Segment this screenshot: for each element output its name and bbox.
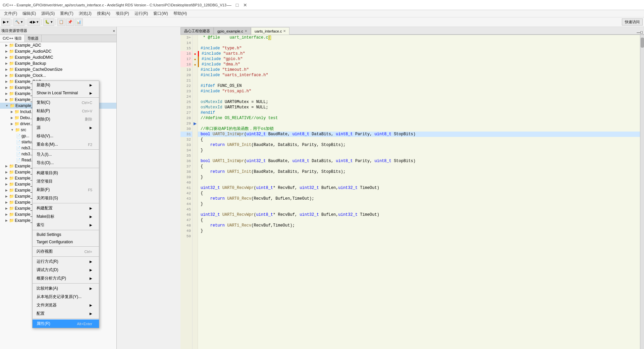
code-line-33: return UART0_Init(BaudRate, DataBits, Pa… (198, 142, 640, 148)
editor-tab-gpio[interactable]: gpio_example.c ✕ (214, 27, 251, 35)
code-line-28: //#define OS_RELATIVE//only test (198, 115, 640, 121)
code-line-3: * @file uart_interface.c| (198, 35, 640, 40)
line-num-33: 33 (180, 142, 192, 148)
tree-item-audioadc[interactable]: ▶📁 Example_AudioADC (0, 48, 116, 54)
editor-scrollbar[interactable] (640, 35, 644, 349)
ctx-build-settings[interactable]: Build Settings (33, 231, 99, 238)
tree-item-audiodmic[interactable]: ▶📁 Example_AudioDMIC (0, 54, 116, 60)
ctx-clean[interactable]: 清空项目 (33, 177, 99, 186)
toolbar-btn-4[interactable]: 🐛 ▾ (43, 18, 54, 26)
scrollbar-thumb[interactable] (641, 38, 644, 48)
code-line-38: return UART1_Init(BaudRate, DataBits, Pa… (198, 169, 640, 174)
ctx-export[interactable]: 导出(O)... (33, 159, 99, 167)
ctx-sep-7 (33, 256, 99, 257)
ctx-show-terminal[interactable]: Show in Local Terminal▶ (33, 89, 99, 97)
code-content[interactable]: * @file uart_interface.c| #include "type… (198, 35, 640, 349)
line-num-26: 26 (180, 105, 192, 110)
ctx-new[interactable]: 新建(N)▶ (33, 81, 99, 89)
tab-close-uarts[interactable]: ✕ (283, 29, 286, 33)
line-num-29: 29 (180, 121, 192, 126)
menu-run[interactable]: 运行(R) (132, 10, 151, 17)
minimize-button[interactable]: — (226, 2, 232, 8)
ctx-build-config[interactable]: 构建配置▶ (33, 204, 99, 212)
line-num-24: 24 (180, 94, 192, 99)
menu-help[interactable]: 帮助(H) (171, 10, 190, 17)
menu-project[interactable]: 项目(P) (113, 10, 132, 17)
toolbar-btn-1[interactable]: ▶ ▾ (1, 18, 10, 26)
menu-file[interactable]: 文件(F) (1, 10, 20, 17)
code-line-37: { (198, 164, 640, 169)
panel-tab-cpp[interactable]: C/C++ 项目 (0, 35, 25, 42)
line-num-38: 38 (180, 169, 192, 174)
line-num-14: 14 (180, 40, 192, 46)
ctx-sep-3 (33, 168, 99, 168)
panel-tab-nav[interactable]: 导航器 (25, 35, 42, 42)
ctx-rename[interactable]: 重命名(M)...F2 (33, 140, 99, 149)
menu-source[interactable]: 源码(S) (39, 10, 57, 17)
menu-edit[interactable]: 编辑(E) (20, 10, 39, 17)
line-num-48: 48 (180, 223, 192, 228)
tree-item-backup[interactable]: ▶📁 Example_Backup (0, 60, 116, 66)
code-line-14 (198, 40, 640, 46)
ctx-properties[interactable]: 属性(R)Alt+Enter (33, 319, 99, 328)
tree-item-adc[interactable]: ▶📁 Example_ADC (0, 42, 116, 48)
maximize-button[interactable]: □ (234, 2, 240, 8)
ctx-configure[interactable]: 配置▶ (33, 309, 99, 318)
menu-refactor[interactable]: 重构(T) (57, 10, 76, 17)
code-line-24 (198, 94, 640, 99)
toolbar-btn-2[interactable]: 🔨 ▾ (13, 18, 24, 26)
ctx-debug[interactable]: 调试方式(D)▶ (33, 266, 99, 274)
ctx-delete[interactable]: 删除(D)删除 (33, 115, 99, 123)
ctx-move[interactable]: 移动(V)... (33, 132, 99, 140)
menu-window[interactable]: 窗口(W) (151, 10, 170, 17)
editor-minimize-btn[interactable]: — (637, 30, 640, 34)
ctx-import[interactable]: 导入(I)... (33, 150, 99, 159)
tree-item-clock[interactable]: ▶📁 Example_Clock... (0, 72, 116, 79)
ctx-close[interactable]: 关闭项目(S) (33, 194, 99, 202)
toolbar-btn-5[interactable]: 📋 (57, 18, 65, 26)
line-numbers: 3+ 14 15 16 17 18 19 20 21 22 23 24 25 2… (180, 35, 193, 349)
panel-collapse-btn[interactable]: × (113, 29, 115, 33)
ctx-paste[interactable]: 粘贴(P)Ctrl+V (33, 107, 99, 115)
toolbar: ▶ ▾ 🔨 ▾ ◀ ▶ ▾ 🐛 ▾ 📋 📌 📊 快速访问 (0, 17, 644, 27)
ctx-run[interactable]: 运行方式(R)▶ (33, 257, 99, 266)
ctx-source[interactable]: 源▶ (33, 123, 99, 132)
menu-search[interactable]: 搜索(A) (94, 10, 113, 17)
code-line-21 (198, 78, 640, 83)
code-line-27: #endif (198, 110, 640, 115)
menu-navigate[interactable]: 浏览(J) (76, 10, 94, 17)
code-line-15: #include "type.h" (198, 46, 640, 51)
line-num-35: 35 (180, 153, 192, 158)
ctx-compare[interactable]: 比较对象(A)▶ (33, 284, 99, 293)
toolbar-btn-7[interactable]: 📊 (75, 18, 83, 26)
editor-maximize-btn[interactable]: □ (640, 30, 643, 34)
gutter-14 (193, 40, 198, 46)
ctx-copy[interactable]: 复制(C)Ctrl+C (33, 98, 99, 107)
ctx-refresh[interactable]: 刷新(F)F5 (33, 186, 99, 194)
line-num-36: 36 (180, 158, 192, 164)
line-num-39: 39 (180, 174, 192, 180)
code-line-41: uint32_t UART0_RecvWpr(uint8_t* RecvBuf,… (198, 185, 640, 191)
ctx-target-config[interactable]: Target Configuration (33, 238, 99, 246)
line-num-23: 23 (180, 89, 192, 94)
line-num-47: 47 (180, 217, 192, 223)
code-line-22: #ifdef FUNC_OS_EN (198, 83, 640, 89)
ctx-restore[interactable]: 从本地历史记录复原(Y)... (33, 293, 99, 301)
ctx-make-target[interactable]: Make目标▶ (33, 212, 99, 221)
toolbar-btn-6[interactable]: 📌 (66, 18, 74, 26)
editor-tab-uarts[interactable]: uarts_interface.c ✕ (251, 27, 289, 35)
close-button[interactable]: ✕ (243, 2, 248, 8)
gutter-3 (193, 35, 198, 40)
line-num-28: 28 (180, 115, 192, 121)
toolbar-btn-3[interactable]: ◀ ▶ ▾ (28, 18, 40, 26)
context-menu: 新建(N)▶ Show in Local Terminal▶ 复制(C)Ctrl… (32, 81, 99, 328)
tab-close-gpio[interactable]: ✕ (245, 29, 247, 33)
quick-access-button[interactable]: 快速访问 (622, 18, 643, 26)
ctx-profile[interactable]: 概要分析方式(P)▶ (33, 274, 99, 283)
editor-tab-creator[interactable]: 晶心工程创建器 (180, 27, 214, 35)
tree-item-cache[interactable]: ▶📁 Example_CacheDownSize (0, 66, 116, 72)
ctx-flash[interactable]: 闪存视图Ctrl+ (33, 247, 99, 256)
ctx-file-browser[interactable]: 文件浏览器▶ (33, 301, 99, 309)
ctx-index[interactable]: 索引▶ (33, 221, 99, 229)
ctx-build[interactable]: 构建项目(B) (33, 169, 99, 177)
